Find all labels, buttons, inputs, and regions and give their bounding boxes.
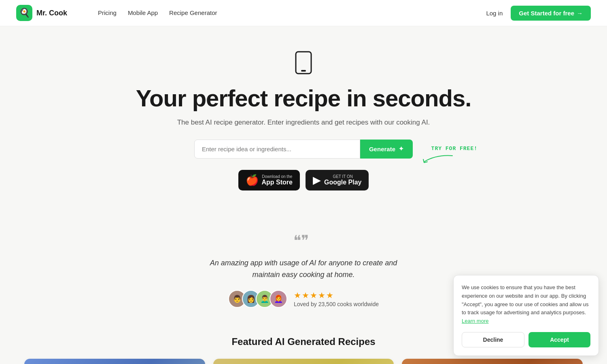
app-store-badge[interactable]: 🍎 Download on the App Store (238, 170, 300, 190)
try-free-label: TRY FOR FREE! (431, 146, 478, 152)
testimonial-quote: An amazing app with usage of AI for anyo… (198, 257, 409, 281)
nav-links: Pricing Mobile App Recipe Generator (82, 0, 233, 26)
svg-rect-1 (301, 70, 306, 72)
nav-link-pricing[interactable]: Pricing (98, 9, 117, 16)
svg-text:❝❞: ❝❞ (293, 233, 309, 247)
avatars-row: 👨 👩 👨‍🦱 👩‍🦰 ★★★★★ Loved by 23,500 cooks … (228, 290, 379, 308)
nav-left: 🍳 Mr. Cook Pricing Mobile App Recipe Gen… (16, 0, 233, 26)
app-store-top-text: Download on the (262, 174, 293, 179)
cookie-buttons: Decline Accept (462, 332, 590, 347)
google-play-badge[interactable]: ▶ GET IT ON Google Play (306, 170, 369, 190)
logo-text: Mr. Cook (36, 9, 67, 17)
recipe-image-food: 🥘 (402, 359, 583, 364)
sparkle-icon: ✦ (399, 145, 404, 152)
cookie-learn-more-link[interactable]: Learn more (462, 318, 488, 324)
hero-title: Your perfect recipe in seconds. (136, 85, 471, 111)
quote-icon: ❝❞ (293, 233, 314, 251)
phone-icon (295, 51, 312, 79)
nav-link-mobile-app[interactable]: Mobile App (128, 9, 158, 16)
apple-icon: 🍎 (246, 174, 259, 186)
cookie-text: We use cookies to ensure that you have t… (462, 284, 590, 326)
hero-section: Your perfect recipe in seconds. The best… (0, 26, 607, 212)
loved-text: Loved by 23,500 cooks worldwide (294, 301, 379, 307)
recipe-input-row: Generate ✦ (194, 140, 413, 159)
arrow-icon: → (577, 10, 583, 17)
input-section: Generate ✦ TRY FOR FREE! (194, 140, 413, 170)
google-play-main-text: Google Play (324, 179, 361, 186)
navbar: 🍳 Mr. Cook Pricing Mobile App Recipe Gen… (0, 0, 607, 26)
get-started-button[interactable]: Get Started for free → (511, 6, 591, 21)
login-button[interactable]: Log in (486, 10, 503, 17)
recipe-card-food[interactable]: 🥘 (402, 359, 583, 364)
app-store-main-text: App Store (262, 179, 293, 186)
generate-button[interactable]: Generate ✦ (360, 140, 413, 159)
app-badges: 🍎 Download on the App Store ▶ GET IT ON … (238, 170, 369, 190)
decline-button[interactable]: Decline (462, 332, 524, 347)
recipe-card-blueberry[interactable]: 🫐 (24, 359, 205, 364)
generate-label: Generate (369, 146, 395, 152)
recipe-image-blueberry: 🫐 (24, 359, 205, 364)
nav-link-recipe-generator[interactable]: Recipe Generator (169, 9, 217, 16)
google-play-top-text: GET IT ON (324, 174, 361, 179)
google-play-icon: ▶ (313, 174, 321, 186)
star-rating: ★★★★★ (294, 290, 379, 300)
try-free-arrow (420, 154, 456, 166)
nav-right: Log in Get Started for free → (486, 6, 591, 21)
avatar-stack: 👨 👩 👨‍🦱 👩‍🦰 (228, 290, 287, 308)
logo-icon: 🍳 (16, 5, 32, 21)
recipe-card-drinks[interactable]: 🥃 (213, 359, 394, 364)
accept-button[interactable]: Accept (528, 332, 590, 347)
recipe-input[interactable] (194, 140, 360, 159)
stars-loved: ★★★★★ Loved by 23,500 cooks worldwide (294, 290, 379, 307)
logo[interactable]: 🍳 Mr. Cook (16, 5, 67, 21)
hero-subtitle: The best AI recipe generator. Enter ingr… (177, 119, 430, 127)
recipe-image-drinks: 🥃 (213, 359, 394, 364)
recipe-cards: 🫐 🥃 🥘 (24, 359, 583, 364)
cookie-banner: We use cookies to ensure that you have t… (453, 275, 599, 356)
avatar-4: 👩‍🦰 (270, 290, 287, 308)
